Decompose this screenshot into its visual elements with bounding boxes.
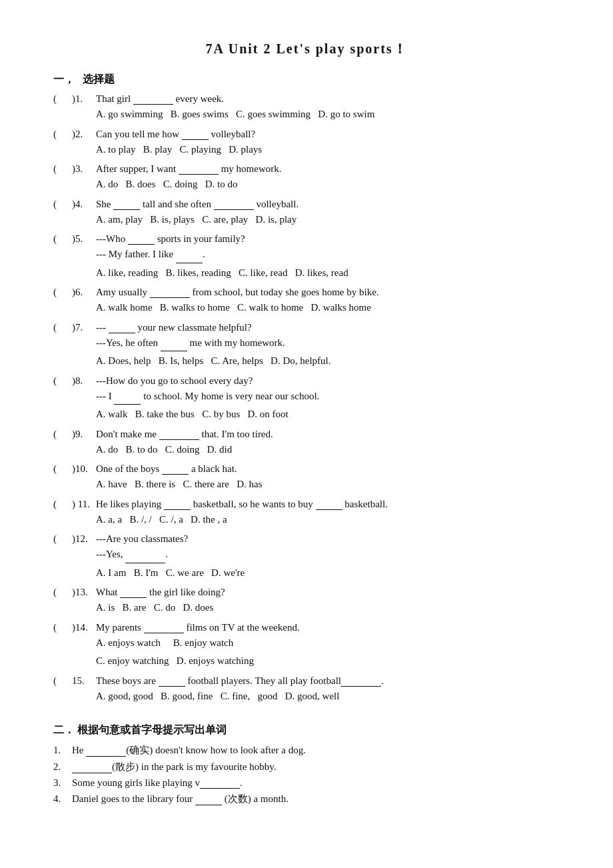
paren-12: (: [53, 533, 72, 545]
paren-4: (: [53, 199, 72, 210]
qnum-10: )10.: [72, 463, 96, 475]
s2-item-1: 1. He (确实) doesn't know how to look afte…: [53, 744, 560, 757]
blank-6: [150, 288, 190, 298]
qtext-13: What the girl like doing?: [96, 587, 560, 598]
question-11: ( ) 11. He likes playing basketball, so …: [53, 499, 560, 529]
s2-item-4: 4. Daniel goes to the library four (次数) …: [53, 793, 560, 805]
question-12: ( )12. ---Are you classmates? ---Yes, . …: [53, 533, 560, 581]
blank-s2-1: [86, 747, 126, 757]
question-9: ( )9. Don't make me that. I'm too tired.…: [53, 429, 560, 459]
section2-heading: 根据句意或首字母提示写出单词: [77, 724, 227, 735]
options-3: A. do B. does C. doing D. to do: [53, 176, 560, 193]
paren-3: (: [53, 163, 72, 175]
blank-13: [120, 588, 147, 598]
blank-5a: [128, 235, 155, 245]
qnum-1: )1.: [72, 93, 96, 105]
options-1: A. go swimming B. goes swims C. goes swi…: [53, 106, 560, 123]
options-9: A. do B. to do C. doing D. did: [53, 441, 560, 459]
s2-item-3: 3. Some young girls like playing v.: [53, 777, 560, 789]
blank-7b: [161, 341, 187, 351]
blank-5b: [176, 253, 203, 263]
options-14a: A. enjoys watch B. enjoy watch: [53, 635, 560, 652]
paren-7: (: [53, 322, 72, 333]
qtext-14: My parents films on TV at the weekend.: [96, 622, 560, 633]
qtext-10: One of the boys a black hat.: [96, 463, 560, 475]
blank-s2-4: [195, 795, 222, 805]
question-1: ( )1. That girl every week. A. go swimmi…: [53, 93, 560, 123]
blank-15b: [341, 677, 381, 687]
question-7: ( )7. --- your new classmate helpful? --…: [53, 322, 560, 370]
question-8: ( )8. ---How do you go to school every d…: [53, 375, 560, 423]
section2: 二． 根据句意或首字母提示写出单词 1. He (确实) doesn't kno…: [53, 723, 560, 805]
qnum-15: 15.: [72, 675, 96, 687]
options-5: A. like, reading B. likes, reading C. li…: [53, 265, 560, 282]
paren-2: (: [53, 129, 72, 140]
blank-3: [179, 165, 219, 175]
qtext-11: He likes playing basketball, so he wants…: [96, 499, 560, 510]
question-2: ( )2. Can you tell me how volleyball? A.…: [53, 129, 560, 159]
options-10: A. have B. there is C. there are D. has: [53, 476, 560, 493]
qtext-8b: --- I to school. My home is very near ou…: [53, 388, 560, 405]
section1-title: 一， 选择题: [53, 73, 560, 87]
qnum-14: )14.: [72, 622, 96, 633]
question-6: ( )6. Amy usually from school, but today…: [53, 287, 560, 317]
qnum-11: ) 11.: [72, 499, 96, 510]
qtext-8: ---How do you go to school every day?: [96, 375, 560, 387]
qtext-12: ---Are you classmates?: [96, 533, 560, 545]
paren-1: (: [53, 93, 72, 105]
blank-1: [133, 95, 173, 105]
qnum-6: )6.: [72, 287, 96, 298]
blank-10: [162, 465, 189, 475]
paren-14: (: [53, 622, 72, 633]
qtext-9: Don't make me that. I'm too tired.: [96, 429, 560, 440]
qtext-5b: --- My father. I like .: [53, 246, 560, 263]
question-4: ( )4. She tall and she often volleyball.…: [53, 199, 560, 229]
paren-9: (: [53, 429, 72, 440]
s2-text-1: He (确实) doesn't know how to look after a…: [72, 744, 306, 757]
s2-text-4: Daniel goes to the library four (次数) a m…: [72, 793, 289, 805]
blank-15a: [159, 677, 185, 687]
qtext-3: After supper, I want my homework.: [96, 163, 560, 175]
s2-text-3: Some young girls like playing v.: [72, 777, 243, 789]
options-8: A. walk B. take the bus C. by bus D. on …: [53, 406, 560, 423]
page-title: 7A Unit 2 Let's play sports！: [53, 40, 560, 58]
options-11: A. a, a B. /, / C. /, a D. the , a: [53, 511, 560, 529]
options-7: A. Does, help B. Is, helps C. Are, helps…: [53, 353, 560, 370]
blank-s2-3: [200, 779, 240, 789]
blank-11b: [316, 500, 342, 510]
section2-title: 二． 根据句意或首字母提示写出单词: [53, 723, 560, 737]
options-6: A. walk home B. walks to home C. walk to…: [53, 299, 560, 317]
qtext-7: --- your new classmate helpful?: [96, 322, 560, 333]
paren-6: (: [53, 287, 72, 298]
qtext-7b: ---Yes, he often me with my homework.: [53, 335, 560, 352]
qnum-12: )12.: [72, 533, 96, 545]
qtext-5: ---Who sports in your family?: [96, 233, 560, 245]
qtext-2: Can you tell me how volleyball?: [96, 129, 560, 140]
qnum-9: )9.: [72, 429, 96, 440]
section2-label: 二．: [53, 724, 75, 735]
blank-11a: [164, 500, 191, 510]
s2-text-2: (散步) in the park is my favourite hobby.: [72, 761, 276, 773]
options-15: A. good, good B. good, fine C. fine, goo…: [53, 688, 560, 705]
options-2: A. to play B. play C. playing D. plays: [53, 141, 560, 159]
paren-10: (: [53, 463, 72, 475]
section1-heading: 选择题: [83, 73, 115, 87]
blank-4b: [214, 200, 254, 210]
question-5: ( )5. ---Who sports in your family? --- …: [53, 233, 560, 281]
qtext-1: That girl every week.: [96, 93, 560, 105]
section1-label: 一，: [53, 73, 75, 87]
blank-2: [182, 130, 209, 140]
section1: 一， 选择题 ( )1. That girl every week. A. go…: [53, 73, 560, 705]
qnum-5: )5.: [72, 233, 96, 245]
s2-num-3: 3.: [53, 777, 69, 789]
s2-num-2: 2.: [53, 761, 69, 773]
qtext-6: Amy usually from school, but today she g…: [96, 287, 560, 298]
options-14b: C. enjoy watching D. enjoys watching: [53, 653, 560, 670]
blank-7a: [109, 323, 135, 333]
question-13: ( )13. What the girl like doing? A. is B…: [53, 587, 560, 617]
blank-s2-2: [72, 763, 112, 773]
blank-14: [144, 623, 184, 633]
paren-13: (: [53, 587, 72, 598]
options-12: A. I am B. I'm C. we are D. we're: [53, 565, 560, 582]
qnum-3: )3.: [72, 163, 96, 175]
